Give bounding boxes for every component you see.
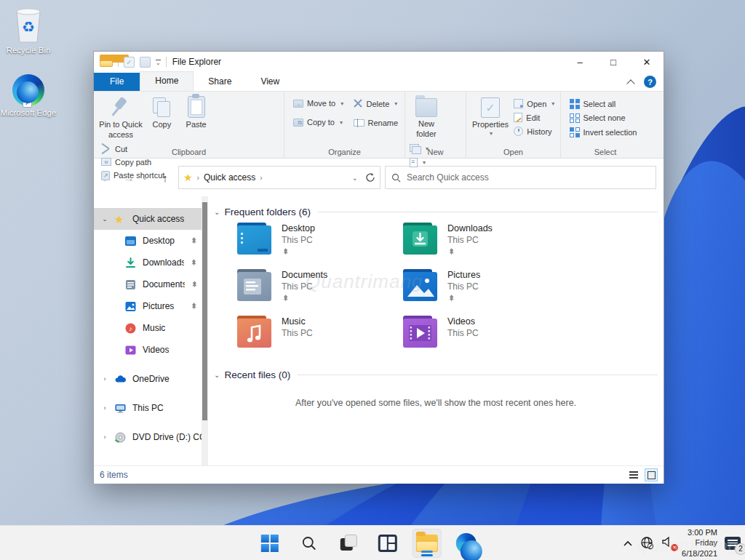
widgets-button[interactable] (373, 529, 402, 558)
globe-no-internet-icon[interactable] (640, 536, 654, 550)
refresh-icon[interactable] (365, 172, 375, 183)
delete-button[interactable]: Delete▾ (354, 99, 399, 108)
notifications-button[interactable]: 2 (725, 537, 741, 550)
sidebar-item-downloads[interactable]: Downloads (94, 252, 208, 273)
large-icons-view-button[interactable] (645, 468, 658, 481)
sidebar-item-onedrive[interactable]: › OneDrive (94, 368, 208, 390)
details-view-button[interactable] (627, 468, 640, 481)
button-label: Invert selection (583, 128, 637, 137)
quick-access-star-icon: ★ (183, 172, 193, 183)
sidebar-item-dvd-drive[interactable]: › DVD Drive (D:) CC (94, 426, 208, 448)
paste-shortcut-icon (101, 171, 110, 180)
tab-share[interactable]: Share (194, 73, 246, 91)
start-icon (261, 535, 279, 552)
tab-file[interactable]: File (94, 73, 140, 91)
folder-tile-desktop[interactable]: Desktop This PC (237, 223, 394, 263)
sidebar-item-pictures[interactable]: Pictures (94, 295, 208, 317)
pin-to-quick-access-button[interactable]: Pin to Quick access (98, 95, 143, 140)
move-to-button[interactable]: Move to▾ (293, 99, 343, 108)
maximize-button[interactable]: □ (597, 52, 630, 72)
music-folder-icon (237, 319, 271, 348)
select-all-button[interactable]: Select all (570, 99, 637, 109)
ribbon: Pin to Quick access Copy Paste Cut w Cop… (94, 92, 664, 159)
group-label: Clipboard (94, 148, 284, 156)
open-button[interactable]: Open▾ (514, 99, 554, 108)
properties-button[interactable]: Properties ▾ (471, 95, 510, 137)
chevron-down-icon[interactable]: ⌄ (214, 208, 220, 216)
scrollbar-thumb[interactable] (202, 202, 207, 420)
volume-muted-button[interactable]: ✕ (661, 536, 674, 550)
content-pane: ⌄ Frequent folders (6) Desktop This PC (208, 196, 664, 465)
tile-name: Music (282, 316, 313, 327)
caption-buttons: – □ ✕ (563, 52, 664, 72)
sidebar-item-music[interactable]: ♪ Music (94, 317, 208, 339)
folder-tile-downloads[interactable]: Downloads This PC (403, 223, 559, 263)
help-icon[interactable]: ? (644, 76, 656, 88)
file-explorer-icon (416, 535, 438, 552)
file-explorer-taskbar-button[interactable] (413, 529, 442, 558)
copy-to-button[interactable]: Copy to▾ (293, 118, 343, 127)
taskbar-clock[interactable]: 3:00 PM Friday 6/18/2021 (682, 527, 717, 559)
folder-tile-documents[interactable]: Documents This PC (237, 270, 394, 310)
documents-icon (124, 279, 137, 291)
task-view-button[interactable] (334, 529, 363, 558)
sidebar-item-desktop[interactable]: Desktop (94, 230, 208, 252)
frequent-folders-grid: Desktop This PC Downloads This PC (214, 223, 658, 356)
tab-view[interactable]: View (246, 73, 294, 91)
chevron-down-icon[interactable]: ⌄ (214, 371, 220, 379)
close-button[interactable]: ✕ (630, 52, 664, 72)
section-title: Frequent folders (6) (224, 207, 311, 217)
new-folder-button[interactable]: New folder (410, 95, 443, 140)
sidebar-item-this-pc[interactable]: › This PC (94, 397, 208, 419)
desktop-icon-label: Recycle Bin (0, 46, 57, 56)
history-button[interactable]: History (514, 127, 554, 136)
paste-button[interactable]: Paste (180, 95, 212, 130)
section-title: Recent files (0) (224, 369, 290, 380)
sidebar-scrollbar[interactable] (202, 196, 208, 465)
minimize-button[interactable]: – (563, 52, 597, 72)
folder-tile-music[interactable]: Music This PC (237, 316, 394, 356)
edit-button[interactable]: Edit (514, 113, 554, 122)
sidebar-item-documents[interactable]: Documents (94, 273, 208, 295)
sidebar-item-videos[interactable]: Videos (94, 339, 208, 361)
this-pc-icon (114, 402, 127, 415)
sidebar-item-quick-access[interactable]: ⌄ ★ Quick access (94, 208, 208, 230)
tile-location: This PC (282, 281, 327, 292)
copy-button[interactable]: Copy (146, 95, 178, 130)
easy-access-icon (410, 158, 418, 167)
search-box[interactable] (385, 166, 656, 189)
chevron-up-icon[interactable] (623, 540, 633, 547)
copy-path-button[interactable]: w Copy path (101, 158, 164, 167)
chevron-right-icon[interactable]: › (260, 174, 262, 182)
chevron-right-icon[interactable]: › (101, 404, 108, 412)
tab-home[interactable]: Home (140, 71, 194, 91)
easy-access-button[interactable]: ▾ (410, 158, 429, 167)
search-button[interactable] (295, 529, 324, 558)
rename-button[interactable]: Rename (354, 119, 399, 127)
start-button[interactable] (255, 529, 284, 558)
music-icon: ♪ (124, 322, 137, 335)
chevron-down-icon[interactable]: ⌄ (101, 215, 108, 223)
chevron-right-icon[interactable]: › (101, 375, 108, 383)
select-none-button[interactable]: Select none (570, 113, 637, 124)
folder-tile-videos[interactable]: Videos This PC (403, 316, 559, 356)
folder-tile-pictures[interactable]: Pictures This PC (403, 270, 559, 310)
desktop-icon-recycle-bin[interactable]: ♻ Recycle Bin (0, 6, 57, 56)
sidebar-item-label: Desktop (143, 236, 175, 246)
address-bar[interactable]: ★ › Quick access › ⌄ (178, 166, 381, 189)
edge-taskbar-button[interactable] (452, 529, 481, 558)
customize-qat-icon[interactable]: ⌄ (156, 60, 161, 65)
chevron-right-icon[interactable]: › (101, 433, 108, 441)
address-dropdown-icon[interactable]: ⌄ (352, 174, 358, 182)
new-folder-qat-icon[interactable] (140, 57, 151, 68)
paste-shortcut-button[interactable]: Paste shortcut (101, 171, 164, 180)
group-label: New (405, 148, 466, 156)
collapse-ribbon-icon[interactable] (628, 80, 635, 84)
search-input[interactable] (407, 172, 650, 183)
videos-icon (124, 344, 137, 356)
invert-selection-button[interactable]: Invert selection (570, 127, 637, 137)
properties-qat-icon[interactable] (124, 57, 135, 68)
recent-files-header[interactable]: ⌄ Recent files (0) (214, 369, 658, 380)
desktop-icon-microsoft-edge[interactable]: ↗ Microsoft Edge (0, 74, 57, 119)
frequent-folders-header[interactable]: ⌄ Frequent folders (6) (214, 207, 658, 217)
